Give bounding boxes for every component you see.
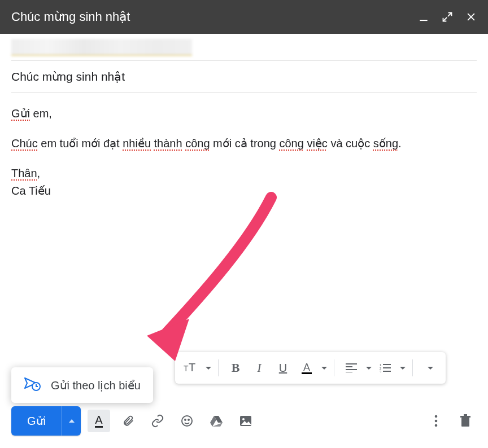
svg-point-20 (435, 420, 438, 423)
subject-row[interactable]: Chúc mừng sinh nhật (11, 61, 477, 93)
svg-rect-0 (420, 20, 427, 21)
bold-button[interactable]: B (225, 358, 246, 378)
svg-point-16 (188, 419, 189, 420)
drive-icon[interactable] (205, 410, 228, 432)
link-icon[interactable] (146, 410, 169, 432)
send-button[interactable]: Gửi (11, 406, 62, 436)
send-button-group: Gửi (11, 406, 81, 436)
more-options-icon[interactable] (425, 410, 447, 432)
italic-button[interactable]: I (249, 358, 269, 378)
body-line-3: Thân, Ca Tiếu (11, 165, 477, 200)
font-size-button[interactable]: TT (181, 358, 201, 378)
align-button[interactable] (341, 358, 361, 378)
message-body[interactable]: Gửi em, Chúc em tuổi mới đạt nhiều thành… (11, 93, 477, 205)
chevron-down-icon[interactable] (366, 367, 372, 370)
svg-point-14 (182, 416, 192, 426)
svg-rect-23 (460, 416, 470, 418)
svg-rect-6 (346, 372, 352, 372)
svg-rect-5 (346, 369, 357, 370)
svg-text:T: T (184, 364, 189, 373)
recipient-blurred (11, 39, 192, 56)
svg-rect-22 (461, 418, 469, 427)
attach-icon[interactable] (117, 410, 140, 432)
svg-rect-4 (346, 366, 352, 367)
recipients-row[interactable] (11, 34, 477, 61)
svg-rect-12 (383, 371, 391, 372)
compose-title: Chúc mừng sinh nhật (11, 10, 130, 24)
svg-text:3: 3 (380, 370, 382, 372)
body-line-2: Chúc em tuổi mới đạt nhiều thành công mớ… (11, 135, 477, 152)
annotation-arrow (136, 192, 282, 361)
text-color-button[interactable]: A (297, 358, 317, 378)
minimize-icon[interactable] (418, 11, 429, 23)
underline-button[interactable]: U (273, 358, 293, 378)
svg-rect-10 (383, 367, 391, 368)
svg-point-15 (185, 419, 186, 420)
list-button[interactable]: 1 2 3 (375, 358, 395, 378)
svg-text:T: T (189, 362, 195, 374)
compose-titlebar: Chúc mừng sinh nhật (0, 0, 488, 34)
svg-point-21 (435, 424, 438, 427)
svg-rect-24 (464, 414, 467, 416)
subject-text: Chúc mừng sinh nhật (11, 70, 125, 84)
svg-point-18 (242, 418, 245, 420)
chevron-down-icon[interactable] (321, 367, 327, 370)
more-format-button[interactable] (420, 358, 440, 378)
svg-point-19 (435, 415, 438, 418)
format-toggle-button[interactable]: A (88, 410, 110, 432)
chevron-down-icon[interactable] (206, 367, 211, 370)
body-line-1: Gửi em, (11, 105, 477, 122)
schedule-send-label: Gửi theo lịch biểu (51, 379, 141, 392)
emoji-icon[interactable] (176, 410, 198, 432)
titlebar-actions (418, 11, 477, 23)
schedule-send-icon (24, 376, 41, 394)
svg-rect-3 (346, 363, 357, 364)
svg-rect-8 (383, 364, 391, 365)
trash-icon[interactable] (454, 410, 477, 432)
chevron-down-icon[interactable] (400, 367, 406, 370)
formatting-toolbar: TT B I U A 1 2 3 (175, 352, 446, 384)
close-icon[interactable] (465, 11, 477, 23)
compose-footer: Gửi A (0, 397, 488, 448)
send-more-button[interactable] (62, 406, 81, 436)
fullscreen-icon[interactable] (442, 11, 453, 23)
image-icon[interactable] (234, 410, 257, 432)
